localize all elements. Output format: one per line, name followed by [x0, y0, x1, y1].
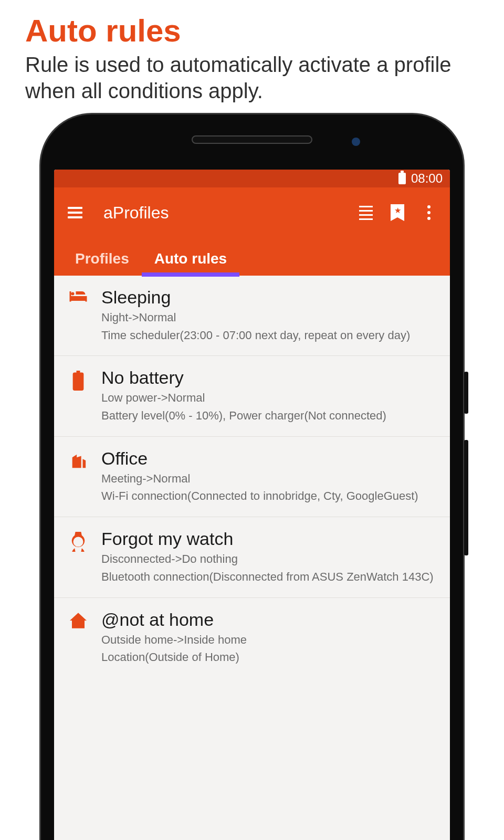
phone-frame: 08:00 aProfiles: [39, 113, 465, 840]
bookmark-button[interactable]: [385, 200, 410, 225]
tab-profiles[interactable]: Profiles: [62, 243, 142, 276]
rule-detail: Bluetooth connection(Disconnected from A…: [101, 569, 437, 585]
hamburger-icon: [68, 207, 82, 218]
rule-row[interactable]: Office Meeting->Normal Wi-Fi connection(…: [54, 437, 450, 517]
rule-detail: Location(Outside of Home): [101, 649, 437, 665]
rule-title: Sleeping: [101, 287, 437, 308]
rule-transition: Disconnected->Do nothing: [101, 551, 437, 567]
rule-row[interactable]: Sleeping Night->Normal Time scheduler(23…: [54, 276, 450, 356]
rule-row[interactable]: @not at home Outside home->Inside home L…: [54, 598, 450, 678]
more-vert-icon: [427, 205, 430, 220]
app-bar: aProfiles Profiles Auto rules: [54, 187, 450, 276]
rule-transition: Night->Normal: [101, 310, 437, 326]
earpiece: [192, 135, 312, 144]
home-icon: [67, 610, 90, 665]
screen: 08:00 aProfiles: [54, 170, 450, 840]
rule-title: Office: [101, 448, 437, 469]
app-title: aProfiles: [103, 203, 347, 223]
bookmark-star-icon: [391, 204, 404, 221]
rule-row[interactable]: Forgot my watch Disconnected->Do nothing…: [54, 517, 450, 597]
tab-bar: Profiles Auto rules: [62, 243, 442, 276]
volume-button: [464, 440, 468, 555]
rule-title: No battery: [101, 368, 437, 388]
promo-title: Auto rules: [25, 13, 479, 49]
rule-row[interactable]: No battery Low power->Normal Battery lev…: [54, 356, 450, 436]
status-bar: 08:00: [54, 170, 450, 187]
side-button: [464, 372, 468, 414]
battery-alert-icon: [67, 368, 90, 423]
battery-icon: [398, 173, 406, 184]
promo-subtitle: Rule is used to automatically activate a…: [25, 52, 479, 104]
rule-title: Forgot my watch: [101, 529, 437, 549]
list-view-button[interactable]: [353, 200, 379, 225]
rule-detail: Battery level(0% - 10%), Power charger(N…: [101, 408, 437, 424]
rule-detail: Time scheduler(23:00 - 07:00 next day, r…: [101, 328, 437, 343]
rule-transition: Meeting->Normal: [101, 471, 437, 487]
promo-header: Auto rules Rule is used to automatically…: [0, 0, 504, 109]
rule-detail: Wi-Fi connection(Connected to innobridge…: [101, 488, 437, 504]
sensor-dot: [352, 138, 360, 146]
rule-title: @not at home: [101, 610, 437, 630]
bed-icon: [67, 287, 90, 343]
rule-transition: Low power->Normal: [101, 390, 437, 406]
watch-icon: [67, 529, 90, 584]
menu-button[interactable]: [62, 200, 88, 225]
building-icon: [67, 448, 90, 504]
overflow-button[interactable]: [416, 200, 442, 225]
list-icon: [359, 206, 373, 220]
rule-transition: Outside home->Inside home: [101, 632, 437, 648]
status-time: 08:00: [411, 171, 443, 186]
rules-list: Sleeping Night->Normal Time scheduler(23…: [54, 276, 450, 840]
tab-auto-rules[interactable]: Auto rules: [142, 243, 239, 276]
